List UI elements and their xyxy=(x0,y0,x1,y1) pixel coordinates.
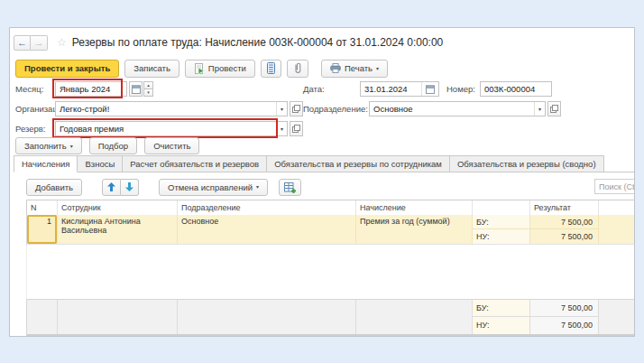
tab-bar: Начисления Взносы Расчет обязательств и … xyxy=(14,155,634,172)
post-and-close-label: Провести и закрыть xyxy=(24,63,110,73)
add-row-label: Добавить xyxy=(35,182,73,192)
fill-button[interactable]: Заполнить▾ xyxy=(15,137,82,154)
column-header-accrual: Начисление xyxy=(356,200,473,215)
back-button[interactable]: ← xyxy=(14,35,31,51)
pick-button[interactable]: Подбор xyxy=(89,137,137,154)
month-field[interactable]: Январь 2024 xyxy=(55,81,127,97)
printer-icon xyxy=(330,63,341,73)
open-link-icon xyxy=(550,105,558,113)
favorite-star-icon[interactable]: ☆ xyxy=(57,36,67,49)
date-label: Дата: xyxy=(303,81,325,97)
save-button[interactable]: Записать xyxy=(124,60,179,78)
cell-department[interactable]: Основное xyxy=(178,215,356,244)
show-postings-button[interactable] xyxy=(261,60,281,78)
date-value: 31.01.2024 xyxy=(364,84,421,94)
add-row-button[interactable]: Добавить xyxy=(26,179,82,196)
attachments-button[interactable] xyxy=(287,60,308,78)
undo-corrections-button[interactable]: Отмена исправлений ▾ xyxy=(159,179,268,196)
fill-label: Заполнить xyxy=(24,141,67,151)
command-bar: Провести и закрыть Записать Провести Печ… xyxy=(15,59,388,78)
department-dropdown-icon[interactable]: ▾ xyxy=(534,102,541,116)
tab-contributions[interactable]: Взносы xyxy=(78,155,123,172)
post-button[interactable]: Провести xyxy=(185,60,255,78)
list-settings-button[interactable] xyxy=(279,179,301,196)
reserve-field[interactable]: Годовая премия ▾ xyxy=(55,121,288,136)
table-add-icon xyxy=(284,182,296,193)
department-value: Основное xyxy=(373,104,534,114)
footer-nu-total: 7 500,00 xyxy=(530,317,598,334)
number-field[interactable]: 003К-000004 xyxy=(480,81,552,97)
move-down-button[interactable] xyxy=(121,179,139,196)
spin-down-icon[interactable]: ▾ xyxy=(143,89,153,97)
forward-button[interactable]: → xyxy=(31,35,48,51)
organization-field[interactable]: Легко-строй! ▾ xyxy=(55,101,288,116)
reserve-dropdown-icon[interactable]: ▾ xyxy=(276,122,283,135)
tab-liabilities-summary[interactable]: Обязательства и резервы (сводно) xyxy=(450,155,604,172)
footer-cell-extra xyxy=(599,300,635,334)
open-link-icon xyxy=(292,125,300,133)
cell-result-values[interactable]: 7 500,00 7 500,00 xyxy=(530,215,599,244)
clear-button[interactable]: Очистить xyxy=(144,137,199,154)
nu-label: НУ: xyxy=(473,229,529,244)
reserve-label: Резерв: xyxy=(15,121,46,136)
footer-nu-label: НУ: xyxy=(473,317,529,334)
print-button[interactable]: Печать ▾ xyxy=(321,60,388,78)
post-document-icon xyxy=(194,63,205,74)
department-field[interactable]: Основное ▾ xyxy=(369,101,546,116)
grid-toolbar: Добавить Отмена исправлений ▾ xyxy=(26,178,301,196)
forward-icon: → xyxy=(34,37,44,48)
desktop-background: { "window_title": "Резервы по оплате тру… xyxy=(0,0,644,363)
search-input[interactable] xyxy=(594,179,635,194)
post-and-close-button[interactable]: Провести и закрыть xyxy=(15,60,119,78)
date-field[interactable]: 31.01.2024 xyxy=(360,81,439,97)
print-dropdown-icon: ▾ xyxy=(376,66,379,71)
department-open-button[interactable] xyxy=(547,101,561,116)
bu-label: БУ: xyxy=(473,215,529,229)
nu-result[interactable]: 7 500,00 xyxy=(530,229,598,244)
department-label: Подразделение: xyxy=(303,101,368,116)
table-row[interactable]: 1 Кислицина Антонина Васильевна Основное… xyxy=(26,215,635,245)
page-title: Резервы по оплате труда: Начисление 003К… xyxy=(72,36,443,49)
month-value: Январь 2024 xyxy=(60,84,123,94)
clear-label: Очистить xyxy=(153,141,190,151)
footer-cell-accrual xyxy=(356,300,473,334)
document-window: ← → ☆ Резервы по оплате труда: Начислени… xyxy=(9,27,635,337)
move-up-button[interactable] xyxy=(102,179,121,196)
reserve-open-button[interactable] xyxy=(290,121,303,136)
arrow-up-icon xyxy=(107,182,115,191)
register-records-icon xyxy=(266,62,276,74)
open-link-icon xyxy=(292,105,300,113)
tab-liability-calc[interactable]: Расчет обязательств и резервов xyxy=(123,155,267,172)
bu-result[interactable]: 7 500,00 xyxy=(530,215,598,229)
calendar-icon xyxy=(132,85,141,94)
save-label: Записать xyxy=(133,63,170,73)
pick-label: Подбор xyxy=(98,141,128,151)
table-totals-row: БУ: НУ: 7 500,00 7 500,00 xyxy=(26,299,635,336)
table-empty-area[interactable] xyxy=(26,245,635,299)
month-calendar-button[interactable] xyxy=(129,81,143,97)
spin-up-icon[interactable]: ▴ xyxy=(143,81,153,89)
paperclip-icon xyxy=(292,62,303,74)
column-header-extra xyxy=(599,200,635,215)
date-calendar-icon[interactable] xyxy=(421,82,435,96)
cell-accrual[interactable]: Премия за год (суммой) xyxy=(356,215,473,244)
footer-result-values: 7 500,00 7 500,00 xyxy=(530,300,599,334)
undo-corrections-label: Отмена исправлений xyxy=(168,182,253,192)
tab-accruals[interactable]: Начисления xyxy=(14,155,78,172)
organization-dropdown-icon[interactable]: ▾ xyxy=(276,102,283,116)
footer-cell-n xyxy=(27,300,58,334)
fill-actions-row: Заполнить▾ Подбор Очистить xyxy=(15,137,199,154)
tab-liabilities-by-employee[interactable]: Обязательства и резервы по сотрудникам xyxy=(267,155,450,172)
post-label: Провести xyxy=(208,63,246,73)
cell-extra[interactable] xyxy=(599,215,635,244)
month-stepper[interactable]: ▴ ▾ xyxy=(143,81,153,97)
cell-bu-nu-labels: БУ: НУ: xyxy=(473,215,530,244)
organization-open-button[interactable] xyxy=(290,101,303,116)
titlebar: ← → ☆ Резервы по оплате труда: Начислени… xyxy=(14,33,443,51)
cell-employee[interactable]: Кислицина Антонина Васильевна xyxy=(58,215,178,244)
column-header-bu-nu xyxy=(473,200,530,215)
column-header-n: N xyxy=(27,200,58,215)
cell-row-number[interactable]: 1 xyxy=(27,215,58,244)
undo-dropdown-icon: ▾ xyxy=(256,184,259,190)
footer-bu-total: 7 500,00 xyxy=(530,300,598,317)
